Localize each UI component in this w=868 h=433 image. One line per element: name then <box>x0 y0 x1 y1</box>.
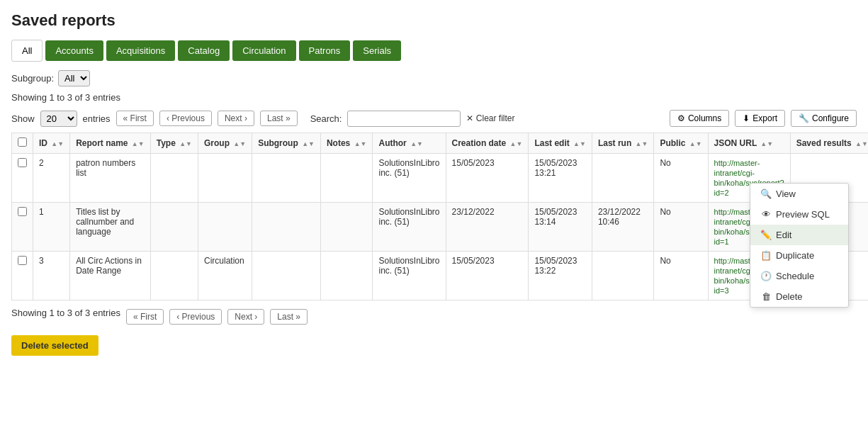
th-author[interactable]: Author ▲▼ <box>373 133 446 154</box>
view-label: View <box>776 189 796 199</box>
row2-last-edit: 15/05/2023 13:14 <box>529 203 592 252</box>
context-menu-preview-sql[interactable]: 👁 Preview SQL <box>750 204 848 225</box>
context-menu-delete[interactable]: 🗑 Delete <box>750 286 848 307</box>
search-label: Search: <box>310 113 342 124</box>
th-last-edit[interactable]: Last edit ▲▼ <box>529 133 592 154</box>
subgroup-row: Subgroup: All <box>11 70 857 86</box>
reports-table: ID ▲▼ Report name ▲▼ Type ▲▼ Group ▲▼ Su… <box>11 133 868 300</box>
eye-icon: 👁 <box>760 209 772 220</box>
last-button-bottom[interactable]: Last » <box>270 309 308 325</box>
row1-public: No <box>654 154 708 203</box>
row2-type <box>150 203 198 252</box>
row1-group <box>198 154 252 203</box>
select-all-checkbox[interactable] <box>18 137 27 147</box>
row2-report-name: Titles list by callnumber and language <box>70 203 151 252</box>
tab-all[interactable]: All <box>11 40 43 62</box>
duplicate-icon: 📋 <box>760 250 772 261</box>
row1-last-edit: 15/05/2023 13:21 <box>529 154 592 203</box>
subgroup-label: Subgroup: <box>11 73 54 84</box>
row2-notes <box>320 203 373 252</box>
showing-count-bottom: Showing 1 to 3 of 3 entries <box>11 308 120 318</box>
first-button-top[interactable]: « First <box>116 111 154 126</box>
row1-creation-date: 15/05/2023 <box>446 154 529 203</box>
wrench-icon: 🔧 <box>799 113 809 123</box>
table-row: 1 Titles list by callnumber and language… <box>12 203 869 252</box>
table-row: 2 patron numbers list SolutionsInLibro i… <box>12 154 869 203</box>
row2-author: SolutionsInLibro inc. (51) <box>373 203 446 252</box>
search-icon: 🔍 <box>760 189 772 199</box>
th-creation-date[interactable]: Creation date ▲▼ <box>446 133 529 154</box>
subgroup-select[interactable]: All <box>58 70 90 86</box>
tab-patrons[interactable]: Patrons <box>299 40 351 61</box>
row3-subgroup <box>252 252 321 300</box>
previous-button-top[interactable]: ‹ Previous <box>159 111 212 126</box>
context-menu: 🔍 View 👁 Preview SQL ✏️ Edit 📋 Duplicate… <box>750 183 849 308</box>
show-entries-select[interactable]: 10 20 50 100 <box>40 111 77 127</box>
configure-button[interactable]: 🔧 Configure <box>791 110 857 127</box>
schedule-label: Schedule <box>776 271 814 281</box>
last-button-top[interactable]: Last » <box>260 111 298 126</box>
sort-arrows-subgroup: ▲▼ <box>302 140 315 147</box>
sort-arrows-saved: ▲▼ <box>855 140 868 147</box>
export-button[interactable]: ⬇ Export <box>735 110 785 127</box>
sort-arrows-edit: ▲▼ <box>573 140 586 147</box>
previous-button-bottom[interactable]: ‹ Previous <box>169 309 222 325</box>
tab-catalog[interactable]: Catalog <box>178 40 230 61</box>
trash-icon: 🗑 <box>760 291 772 302</box>
row1-checkbox[interactable] <box>18 158 27 167</box>
row1-notes <box>320 154 373 203</box>
th-group[interactable]: Group ▲▼ <box>198 133 252 154</box>
tab-circulation[interactable]: Circulation <box>232 40 295 61</box>
delete-selected-button[interactable]: Delete selected <box>11 335 98 356</box>
showing-count-top: Showing 1 to 3 of 3 entries <box>11 92 857 103</box>
sort-arrows-json: ▲▼ <box>760 140 773 147</box>
row3-notes <box>320 252 373 300</box>
th-checkbox <box>12 133 33 154</box>
context-menu-edit[interactable]: ✏️ Edit <box>750 225 848 245</box>
row1-last-run <box>592 154 654 203</box>
th-public[interactable]: Public ▲▼ <box>654 133 708 154</box>
sort-arrows-type: ▲▼ <box>179 140 192 147</box>
th-json-url[interactable]: JSON URL ▲▼ <box>708 133 790 154</box>
tab-acquisitions[interactable]: Acquisitions <box>106 40 175 61</box>
row3-type <box>150 252 198 300</box>
download-icon: ⬇ <box>743 113 750 123</box>
sort-arrows-notes: ▲▼ <box>354 140 367 147</box>
row3-checkbox[interactable] <box>18 256 27 265</box>
entries-label: entries <box>83 113 111 124</box>
next-button-bottom[interactable]: Next › <box>227 309 264 325</box>
th-type[interactable]: Type ▲▼ <box>150 133 198 154</box>
context-menu-view[interactable]: 🔍 View <box>750 184 848 204</box>
clock-icon: 🕐 <box>760 271 772 281</box>
table-row: 3 All Circ Actions in Date Range Circula… <box>12 252 869 300</box>
tab-serials[interactable]: Serials <box>353 40 401 61</box>
sort-arrows-run: ▲▼ <box>636 140 648 147</box>
sort-arrows-id: ▲▼ <box>51 140 64 147</box>
th-last-run[interactable]: Last run ▲▼ <box>592 133 654 154</box>
th-report-name[interactable]: Report name ▲▼ <box>70 133 151 154</box>
th-saved-results[interactable]: Saved results ▲▼ <box>790 133 868 154</box>
row2-checkbox-cell <box>12 203 33 252</box>
tab-accounts[interactable]: Accounts <box>45 40 103 61</box>
row3-id: 3 <box>33 252 70 300</box>
row3-creation-date: 15/05/2023 <box>446 252 529 300</box>
context-menu-schedule[interactable]: 🕐 Schedule <box>750 266 848 286</box>
row2-last-run: 23/12/2022 10:46 <box>592 203 654 252</box>
row2-checkbox[interactable] <box>18 207 27 216</box>
row2-group <box>198 203 252 252</box>
th-subgroup[interactable]: Subgroup ▲▼ <box>252 133 321 154</box>
columns-button[interactable]: ⚙ Columns <box>670 110 729 127</box>
clear-filter-button[interactable]: ✕ Clear filter <box>466 113 514 123</box>
sort-arrows-name: ▲▼ <box>132 140 145 147</box>
context-menu-duplicate[interactable]: 📋 Duplicate <box>750 245 848 266</box>
row1-subgroup <box>252 154 321 203</box>
first-button-bottom[interactable]: « First <box>126 309 164 325</box>
bottom-toolbar: Showing 1 to 3 of 3 entries « First ‹ Pr… <box>11 308 857 325</box>
row3-group: Circulation <box>198 252 252 300</box>
gear-icon: ⚙ <box>677 113 685 123</box>
row3-author: SolutionsInLibro inc. (51) <box>373 252 446 300</box>
th-notes[interactable]: Notes ▲▼ <box>320 133 373 154</box>
th-id[interactable]: ID ▲▼ <box>33 133 70 154</box>
search-input[interactable] <box>347 111 461 127</box>
next-button-top[interactable]: Next › <box>218 111 254 126</box>
